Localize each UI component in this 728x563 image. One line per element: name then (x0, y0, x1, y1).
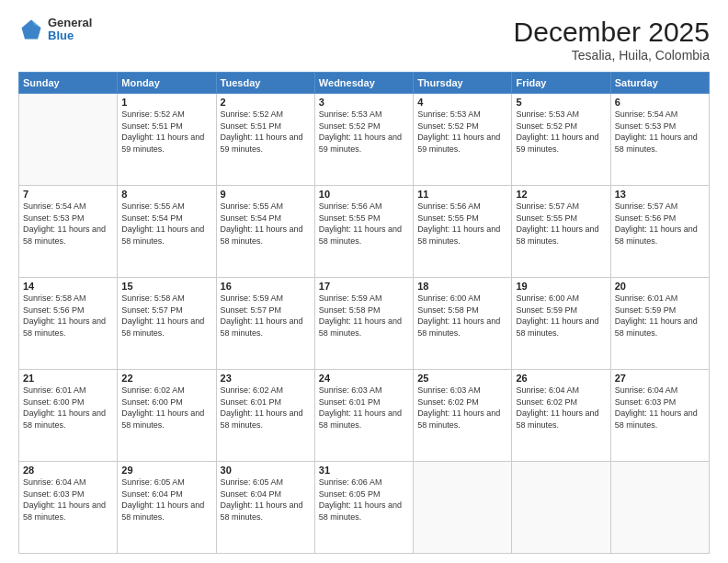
day-info: Sunrise: 5:52 AM Sunset: 5:51 PM Dayligh… (121, 109, 211, 155)
daylight-text: Daylight: 11 hours and 58 minutes. (23, 224, 106, 246)
day-info: Sunrise: 6:03 AM Sunset: 6:01 PM Dayligh… (319, 385, 409, 431)
day-info: Sunrise: 5:55 AM Sunset: 5:54 PM Dayligh… (221, 201, 311, 247)
calendar-week-3: 14 Sunrise: 5:58 AM Sunset: 5:56 PM Dayl… (19, 278, 710, 370)
sunset-text: Sunset: 5:55 PM (417, 213, 479, 223)
day-info: Sunrise: 5:56 AM Sunset: 5:55 PM Dayligh… (319, 201, 409, 247)
day-info: Sunrise: 6:03 AM Sunset: 6:02 PM Dayligh… (417, 385, 507, 431)
day-info: Sunrise: 5:58 AM Sunset: 5:57 PM Dayligh… (121, 293, 211, 339)
day-number: 31 (319, 465, 409, 476)
day-number: 3 (319, 97, 409, 108)
calendar-cell: 7 Sunrise: 5:54 AM Sunset: 5:53 PM Dayli… (19, 186, 118, 278)
day-number: 28 (23, 465, 113, 476)
calendar-cell: 9 Sunrise: 5:55 AM Sunset: 5:54 PM Dayli… (216, 186, 314, 278)
sunset-text: Sunset: 5:55 PM (516, 213, 577, 223)
calendar-cell: 6 Sunrise: 5:54 AM Sunset: 5:53 PM Dayli… (610, 94, 709, 186)
calendar-cell: 24 Sunrise: 6:03 AM Sunset: 6:01 PM Dayl… (314, 370, 413, 462)
calendar-week-5: 28 Sunrise: 6:04 AM Sunset: 6:03 PM Dayl… (19, 462, 710, 554)
calendar-cell: 1 Sunrise: 5:52 AM Sunset: 5:51 PM Dayli… (118, 94, 216, 186)
calendar-cell: 2 Sunrise: 5:52 AM Sunset: 5:51 PM Dayli… (216, 94, 314, 186)
daylight-text: Daylight: 11 hours and 58 minutes. (23, 500, 106, 522)
sunrise-text: Sunrise: 5:52 AM (221, 109, 284, 119)
daylight-text: Daylight: 11 hours and 58 minutes. (121, 500, 204, 522)
day-info: Sunrise: 5:54 AM Sunset: 5:53 PM Dayligh… (615, 109, 705, 155)
calendar-cell: 31 Sunrise: 6:06 AM Sunset: 6:05 PM Dayl… (314, 462, 413, 554)
day-info: Sunrise: 5:57 AM Sunset: 5:55 PM Dayligh… (516, 201, 606, 247)
logo-general-text: General (48, 17, 92, 29)
daylight-text: Daylight: 11 hours and 58 minutes. (221, 408, 303, 430)
daylight-text: Daylight: 11 hours and 58 minutes. (516, 224, 598, 246)
logo: General Blue (18, 17, 92, 43)
day-number: 13 (615, 189, 705, 200)
daylight-text: Daylight: 11 hours and 59 minutes. (417, 132, 500, 154)
day-number: 12 (516, 189, 606, 200)
calendar-cell: 28 Sunrise: 6:04 AM Sunset: 6:03 PM Dayl… (19, 462, 118, 554)
daylight-text: Daylight: 11 hours and 58 minutes. (417, 224, 500, 246)
sunset-text: Sunset: 5:52 PM (516, 121, 577, 131)
sunset-text: Sunset: 5:54 PM (221, 213, 282, 223)
calendar-cell: 13 Sunrise: 5:57 AM Sunset: 5:56 PM Dayl… (610, 186, 709, 278)
day-info: Sunrise: 5:59 AM Sunset: 5:57 PM Dayligh… (221, 293, 311, 339)
calendar-week-4: 21 Sunrise: 6:01 AM Sunset: 6:00 PM Dayl… (19, 370, 710, 462)
sunrise-text: Sunrise: 5:56 AM (417, 201, 481, 211)
day-number: 7 (23, 189, 113, 200)
sunrise-text: Sunrise: 6:01 AM (615, 293, 678, 303)
daylight-text: Daylight: 11 hours and 59 minutes. (516, 132, 598, 154)
sunrise-text: Sunrise: 5:58 AM (23, 293, 86, 303)
day-number: 24 (319, 373, 409, 384)
sunset-text: Sunset: 6:02 PM (516, 397, 577, 407)
day-number: 4 (417, 97, 507, 108)
daylight-text: Daylight: 11 hours and 58 minutes. (615, 132, 698, 154)
sunrise-text: Sunrise: 5:54 AM (23, 201, 86, 211)
day-info: Sunrise: 5:58 AM Sunset: 5:56 PM Dayligh… (23, 293, 113, 339)
day-number: 18 (417, 281, 507, 292)
day-info: Sunrise: 5:56 AM Sunset: 5:55 PM Dayligh… (417, 201, 507, 247)
day-number: 6 (615, 97, 705, 108)
day-number: 29 (121, 465, 211, 476)
calendar-cell: 10 Sunrise: 5:56 AM Sunset: 5:55 PM Dayl… (314, 186, 413, 278)
calendar-cell: 21 Sunrise: 6:01 AM Sunset: 6:00 PM Dayl… (19, 370, 118, 462)
sunset-text: Sunset: 6:03 PM (615, 397, 677, 407)
sunset-text: Sunset: 5:51 PM (221, 121, 282, 131)
daylight-text: Daylight: 11 hours and 58 minutes. (23, 316, 106, 338)
sunrise-text: Sunrise: 5:55 AM (121, 201, 185, 211)
day-number: 9 (221, 189, 311, 200)
day-number: 26 (516, 373, 606, 384)
sunset-text: Sunset: 5:58 PM (417, 305, 479, 315)
sunrise-text: Sunrise: 6:06 AM (319, 477, 382, 487)
calendar-cell: 18 Sunrise: 6:00 AM Sunset: 5:58 PM Dayl… (414, 278, 512, 370)
header-saturday: Saturday (610, 73, 709, 94)
day-number: 15 (121, 281, 211, 292)
header-wednesday: Wednesday (314, 73, 413, 94)
sunset-text: Sunset: 5:59 PM (615, 305, 677, 315)
day-info: Sunrise: 6:02 AM Sunset: 6:00 PM Dayligh… (121, 385, 211, 431)
daylight-text: Daylight: 11 hours and 58 minutes. (417, 316, 500, 338)
logo-text: General Blue (48, 17, 92, 43)
sunset-text: Sunset: 6:02 PM (417, 397, 479, 407)
calendar-cell: 22 Sunrise: 6:02 AM Sunset: 6:00 PM Dayl… (118, 370, 216, 462)
daylight-text: Daylight: 11 hours and 58 minutes. (121, 408, 204, 430)
calendar-cell (512, 462, 610, 554)
calendar-week-2: 7 Sunrise: 5:54 AM Sunset: 5:53 PM Dayli… (19, 186, 710, 278)
day-number: 5 (516, 97, 606, 108)
calendar-cell: 14 Sunrise: 5:58 AM Sunset: 5:56 PM Dayl… (19, 278, 118, 370)
day-number: 10 (319, 189, 409, 200)
day-info: Sunrise: 6:00 AM Sunset: 5:59 PM Dayligh… (516, 293, 606, 339)
header-sunday: Sunday (19, 73, 118, 94)
day-number: 16 (221, 281, 311, 292)
day-number: 22 (121, 373, 211, 384)
sunset-text: Sunset: 5:51 PM (121, 121, 183, 131)
sunset-text: Sunset: 6:00 PM (121, 397, 183, 407)
day-info: Sunrise: 6:05 AM Sunset: 6:04 PM Dayligh… (121, 477, 211, 523)
day-info: Sunrise: 5:54 AM Sunset: 5:53 PM Dayligh… (23, 201, 113, 247)
day-info: Sunrise: 5:52 AM Sunset: 5:51 PM Dayligh… (221, 109, 311, 155)
sunrise-text: Sunrise: 5:57 AM (615, 201, 678, 211)
calendar-cell: 27 Sunrise: 6:04 AM Sunset: 6:03 PM Dayl… (610, 370, 709, 462)
day-number: 20 (615, 281, 705, 292)
calendar-cell: 12 Sunrise: 5:57 AM Sunset: 5:55 PM Dayl… (512, 186, 610, 278)
daylight-text: Daylight: 11 hours and 58 minutes. (615, 316, 698, 338)
sunset-text: Sunset: 6:01 PM (221, 397, 282, 407)
sunrise-text: Sunrise: 6:02 AM (121, 385, 185, 395)
title-block: December 2025 Tesalia, Huila, Colombia (514, 17, 710, 63)
sunrise-text: Sunrise: 6:03 AM (417, 385, 481, 395)
day-info: Sunrise: 5:53 AM Sunset: 5:52 PM Dayligh… (516, 109, 606, 155)
